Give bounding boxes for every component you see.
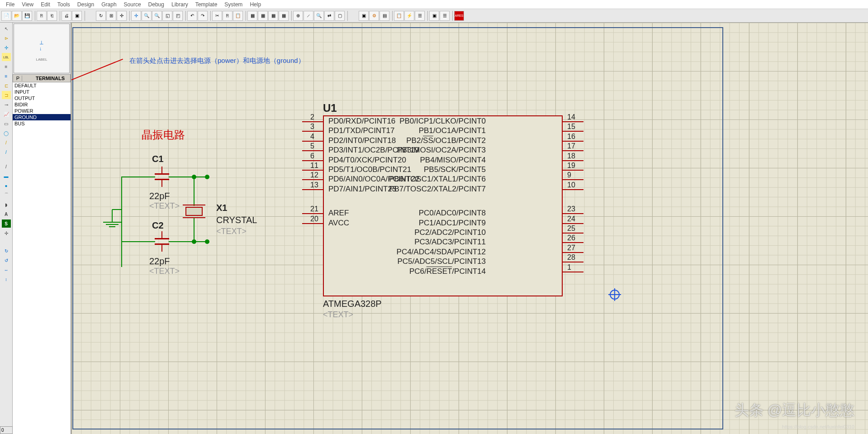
search-icon[interactable]: 🔍 <box>314 11 324 21</box>
refresh-icon[interactable]: ↻ <box>96 11 106 21</box>
dev1-icon[interactable]: ▣ <box>359 11 369 21</box>
probe-icon[interactable]: / <box>2 138 11 147</box>
terminal-input[interactable]: INPUT <box>13 89 71 95</box>
terminal-output[interactable]: OUTPUT <box>13 95 71 101</box>
text-icon[interactable]: ≡ <box>2 62 11 71</box>
tape-icon[interactable]: ▭ <box>2 119 11 128</box>
bom-icon[interactable]: 📋 <box>394 11 404 21</box>
terminal-ground[interactable]: GROUND <box>13 114 71 120</box>
copy-icon[interactable]: ⎘ <box>223 11 232 21</box>
menu-file[interactable]: File <box>2 1 18 8</box>
circle2d-icon[interactable]: ● <box>2 181 11 190</box>
flipv-icon[interactable]: ↕ <box>2 275 11 283</box>
cut-icon[interactable]: ✂ <box>212 11 222 21</box>
pin-23[interactable] <box>563 213 583 214</box>
replace-icon[interactable]: ⇄ <box>324 11 334 21</box>
menu-template[interactable]: Template <box>192 1 221 8</box>
junction-icon[interactable]: ✢ <box>2 43 11 52</box>
menu-source[interactable]: Source <box>120 1 145 8</box>
pin-10[interactable] <box>563 189 583 190</box>
rect2d-icon[interactable]: ▬ <box>2 172 11 180</box>
terminal-bus[interactable]: BUS <box>13 120 71 127</box>
label-icon[interactable]: LBL <box>2 53 11 61</box>
center-icon[interactable]: ✢ <box>131 11 141 21</box>
pin-11[interactable] <box>302 170 323 171</box>
sim2-icon[interactable]: ☰ <box>440 11 450 21</box>
generator-icon[interactable]: ◯ <box>2 129 11 137</box>
line2d-icon[interactable]: / <box>2 162 11 171</box>
pin-17[interactable] <box>563 150 583 151</box>
menu-graph[interactable]: Graph <box>98 1 120 8</box>
path2d-icon[interactable]: ◗ <box>2 200 11 209</box>
select-icon[interactable]: ↖ <box>2 24 11 33</box>
zoomfit-icon[interactable]: ◱ <box>162 11 172 21</box>
zoomin-icon[interactable]: 🔍 <box>142 11 152 21</box>
terminal-list[interactable]: DEFAULTINPUTOUTPUTBIDIRPOWERGROUNDBUS <box>13 82 71 434</box>
paste-icon[interactable]: 📋 <box>233 11 243 21</box>
block-icon[interactable]: ▦ <box>247 11 257 21</box>
symbol-icon[interactable]: S <box>2 219 11 228</box>
print-icon[interactable]: 🖨 <box>62 11 71 21</box>
menu-design[interactable]: Design <box>74 1 98 8</box>
rotccw-icon[interactable]: ↺ <box>2 256 11 264</box>
pin-27[interactable] <box>563 252 583 253</box>
terminal-power[interactable]: POWER <box>13 108 71 114</box>
bus-icon[interactable]: ≡ <box>2 72 11 80</box>
terminal-icon[interactable]: ⊐ <box>2 91 11 99</box>
marker-icon[interactable]: ✢ <box>2 229 11 237</box>
component-icon[interactable]: ⊳ <box>2 34 11 42</box>
pin-19[interactable] <box>563 170 583 171</box>
x1-component[interactable] <box>185 207 203 216</box>
pin-16[interactable] <box>563 141 583 142</box>
save-icon[interactable]: 💾 <box>22 11 32 21</box>
menu-view[interactable]: View <box>18 1 37 8</box>
pin-1[interactable] <box>563 272 583 272</box>
area-icon[interactable]: ▣ <box>72 11 82 21</box>
pin-25[interactable] <box>563 233 583 234</box>
pin-5[interactable] <box>302 150 323 151</box>
open-icon[interactable]: 📂 <box>12 11 22 21</box>
pin-26[interactable] <box>563 242 583 243</box>
erc-icon[interactable]: ⚡ <box>404 11 414 21</box>
origin-icon[interactable]: ✢ <box>117 11 127 21</box>
menu-edit[interactable]: Edit <box>37 1 54 8</box>
terminal-default[interactable]: DEFAULT <box>13 82 71 89</box>
undo-icon[interactable]: ↶ <box>187 11 197 21</box>
pin-13[interactable] <box>302 189 323 190</box>
zoomout-icon[interactable]: 🔍 <box>152 11 162 21</box>
pin-4[interactable] <box>302 141 323 142</box>
zoomarea-icon[interactable]: ◰ <box>173 11 183 21</box>
p-button[interactable]: P <box>14 76 22 81</box>
block4-icon[interactable]: ▦ <box>279 11 289 21</box>
c1-component[interactable] <box>155 173 169 175</box>
import-icon[interactable]: ⎘ <box>37 11 47 21</box>
pin-icon[interactable]: ⊸ <box>2 100 11 109</box>
subcircuit-icon[interactable]: ⊏ <box>2 81 11 90</box>
pin-12[interactable] <box>302 179 323 180</box>
pin-3[interactable] <box>302 131 323 132</box>
dev3-icon[interactable]: ▤ <box>379 11 389 21</box>
wire-icon[interactable]: ⟋ <box>304 11 313 21</box>
ground-symbol[interactable] <box>103 222 121 229</box>
schematic-canvas[interactable]: 在箭头处点击进去选择电源（power）和电源地（ground） 晶振电路 C1 … <box>71 23 868 434</box>
probe2-icon[interactable]: / <box>2 148 11 156</box>
export-icon[interactable]: ⎗ <box>47 11 57 21</box>
menu-debug[interactable]: Debug <box>145 1 168 8</box>
pin-6[interactable] <box>302 160 323 161</box>
terminal-bidir[interactable]: BIDIR <box>13 101 71 108</box>
pin-28[interactable] <box>563 262 583 262</box>
pin-20[interactable] <box>302 223 323 224</box>
pin-18[interactable] <box>563 160 583 161</box>
pin-15[interactable] <box>563 131 583 132</box>
sim-icon[interactable]: ▣ <box>429 11 439 21</box>
dev2-icon[interactable]: ⚙ <box>369 11 379 21</box>
text2d-icon[interactable]: A <box>2 210 11 218</box>
c2-component[interactable] <box>155 238 169 239</box>
grid-icon[interactable]: ⊞ <box>106 11 116 21</box>
pin-2[interactable] <box>302 121 323 122</box>
rotcw-icon[interactable]: ↻ <box>2 247 11 255</box>
menu-help[interactable]: Help <box>246 1 265 8</box>
new-icon[interactable]: 📄 <box>1 11 11 21</box>
menu-tools[interactable]: Tools <box>54 1 74 8</box>
menu-system[interactable]: System <box>221 1 246 8</box>
